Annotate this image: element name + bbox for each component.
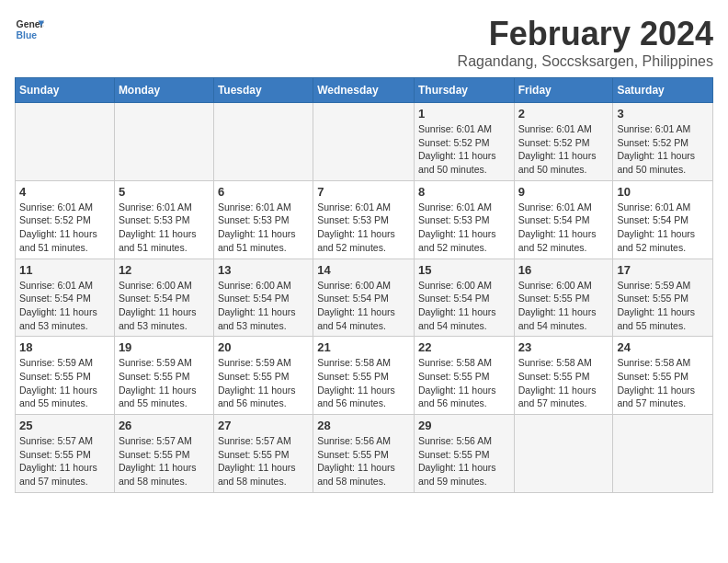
day-info: Sunrise: 6:00 AM Sunset: 5:54 PM Dayligh… [418,279,510,333]
day-info: Sunrise: 6:00 AM Sunset: 5:54 PM Dayligh… [119,279,210,333]
day-number: 23 [518,340,609,354]
calendar-header: SundayMondayTuesdayWednesdayThursdayFrid… [16,78,713,103]
day-number: 21 [317,340,410,354]
day-info: Sunrise: 6:01 AM Sunset: 5:53 PM Dayligh… [119,201,210,255]
calendar-cell: 27Sunrise: 5:57 AM Sunset: 5:55 PM Dayli… [213,415,313,493]
day-number: 10 [617,185,709,199]
calendar-cell [114,103,213,181]
day-info: Sunrise: 6:01 AM Sunset: 5:54 PM Dayligh… [617,201,709,255]
weekday-header: Tuesday [213,78,313,103]
calendar-cell: 9Sunrise: 6:01 AM Sunset: 5:54 PM Daylig… [514,180,613,259]
day-number: 13 [218,263,309,277]
day-info: Sunrise: 5:56 AM Sunset: 5:55 PM Dayligh… [418,434,510,488]
day-info: Sunrise: 6:01 AM Sunset: 5:52 PM Dayligh… [19,201,110,255]
day-number: 9 [518,185,609,199]
day-number: 5 [119,185,210,199]
day-info: Sunrise: 5:59 AM Sunset: 5:55 PM Dayligh… [617,279,709,333]
calendar-cell: 11Sunrise: 6:01 AM Sunset: 5:54 PM Dayli… [16,259,115,337]
calendar-cell: 19Sunrise: 5:59 AM Sunset: 5:55 PM Dayli… [114,337,213,415]
day-number: 16 [518,263,609,277]
day-number: 17 [617,263,709,277]
calendar-cell: 2Sunrise: 6:01 AM Sunset: 5:52 PM Daylig… [514,103,613,181]
calendar-body: 1Sunrise: 6:01 AM Sunset: 5:52 PM Daylig… [16,103,713,493]
calendar-cell: 24Sunrise: 5:58 AM Sunset: 5:55 PM Dayli… [613,337,713,415]
day-number: 25 [19,419,110,432]
calendar-cell [613,415,713,493]
weekday-header: Saturday [613,78,713,103]
calendar-cell: 26Sunrise: 5:57 AM Sunset: 5:55 PM Dayli… [114,415,213,493]
calendar-cell: 22Sunrise: 5:58 AM Sunset: 5:55 PM Dayli… [414,337,514,415]
day-info: Sunrise: 6:01 AM Sunset: 5:54 PM Dayligh… [19,279,110,333]
day-number: 26 [119,419,210,432]
logo: General Blue [15,15,44,44]
weekday-header: Friday [514,78,613,103]
day-number: 2 [518,107,609,121]
day-number: 8 [418,185,510,199]
header: General Blue February 2024 Ragandang, So… [15,15,713,70]
day-number: 12 [119,263,210,277]
calendar-cell: 17Sunrise: 5:59 AM Sunset: 5:55 PM Dayli… [613,259,713,337]
calendar-week-row: 18Sunrise: 5:59 AM Sunset: 5:55 PM Dayli… [16,337,713,415]
day-number: 3 [617,107,709,121]
svg-text:Blue: Blue [17,30,38,40]
day-info: Sunrise: 6:01 AM Sunset: 5:53 PM Dayligh… [218,201,309,255]
calendar-cell: 3Sunrise: 6:01 AM Sunset: 5:52 PM Daylig… [613,103,713,181]
day-number: 27 [218,419,309,432]
day-info: Sunrise: 5:59 AM Sunset: 5:55 PM Dayligh… [218,356,309,410]
calendar-cell: 5Sunrise: 6:01 AM Sunset: 5:53 PM Daylig… [114,180,213,259]
logo-icon: General Blue [15,15,44,44]
day-number: 22 [418,340,510,354]
day-number: 7 [317,185,410,199]
calendar-cell: 15Sunrise: 6:00 AM Sunset: 5:54 PM Dayli… [414,259,514,337]
day-info: Sunrise: 5:56 AM Sunset: 5:55 PM Dayligh… [317,434,410,488]
weekday-header: Wednesday [313,78,415,103]
calendar-cell: 20Sunrise: 5:59 AM Sunset: 5:55 PM Dayli… [213,337,313,415]
calendar-cell [313,103,415,181]
day-number: 24 [617,340,709,354]
calendar-week-row: 25Sunrise: 5:57 AM Sunset: 5:55 PM Dayli… [16,415,713,493]
weekday-header: Thursday [414,78,514,103]
weekday-header: Monday [114,78,213,103]
day-number: 28 [317,419,410,432]
calendar-cell: 18Sunrise: 5:59 AM Sunset: 5:55 PM Dayli… [16,337,115,415]
calendar-table: SundayMondayTuesdayWednesdayThursdayFrid… [15,77,713,493]
title-block: February 2024 Ragandang, Soccsksargen, P… [458,15,713,70]
day-info: Sunrise: 5:59 AM Sunset: 5:55 PM Dayligh… [19,356,110,410]
calendar-cell: 12Sunrise: 6:00 AM Sunset: 5:54 PM Dayli… [114,259,213,337]
day-number: 20 [218,340,309,354]
calendar-cell: 10Sunrise: 6:01 AM Sunset: 5:54 PM Dayli… [613,180,713,259]
calendar-cell: 21Sunrise: 5:58 AM Sunset: 5:55 PM Dayli… [313,337,415,415]
day-number: 15 [418,263,510,277]
day-info: Sunrise: 6:00 AM Sunset: 5:54 PM Dayligh… [317,279,410,333]
calendar-cell: 23Sunrise: 5:58 AM Sunset: 5:55 PM Dayli… [514,337,613,415]
calendar-cell: 7Sunrise: 6:01 AM Sunset: 5:53 PM Daylig… [313,180,415,259]
day-info: Sunrise: 6:01 AM Sunset: 5:52 PM Dayligh… [617,122,709,177]
day-info: Sunrise: 5:58 AM Sunset: 5:55 PM Dayligh… [317,356,410,410]
calendar-cell: 1Sunrise: 6:01 AM Sunset: 5:52 PM Daylig… [414,103,514,181]
day-number: 1 [418,107,510,121]
calendar-cell: 25Sunrise: 5:57 AM Sunset: 5:55 PM Dayli… [16,415,115,493]
day-number: 29 [418,419,510,432]
day-number: 19 [119,340,210,354]
day-info: Sunrise: 6:01 AM Sunset: 5:54 PM Dayligh… [518,201,609,255]
calendar-cell: 13Sunrise: 6:00 AM Sunset: 5:54 PM Dayli… [213,259,313,337]
day-info: Sunrise: 5:58 AM Sunset: 5:55 PM Dayligh… [518,356,609,410]
day-info: Sunrise: 6:00 AM Sunset: 5:54 PM Dayligh… [218,279,309,333]
day-info: Sunrise: 5:58 AM Sunset: 5:55 PM Dayligh… [418,356,510,410]
calendar-cell: 14Sunrise: 6:00 AM Sunset: 5:54 PM Dayli… [313,259,415,337]
calendar-cell: 8Sunrise: 6:01 AM Sunset: 5:53 PM Daylig… [414,180,514,259]
day-info: Sunrise: 6:01 AM Sunset: 5:52 PM Dayligh… [418,122,510,177]
day-info: Sunrise: 5:57 AM Sunset: 5:55 PM Dayligh… [119,434,210,488]
calendar-cell: 6Sunrise: 6:01 AM Sunset: 5:53 PM Daylig… [213,180,313,259]
day-info: Sunrise: 6:00 AM Sunset: 5:55 PM Dayligh… [518,279,609,333]
day-info: Sunrise: 5:57 AM Sunset: 5:55 PM Dayligh… [19,434,110,488]
calendar-cell: 29Sunrise: 5:56 AM Sunset: 5:55 PM Dayli… [414,415,514,493]
day-info: Sunrise: 6:01 AM Sunset: 5:53 PM Dayligh… [317,201,410,255]
calendar-cell: 16Sunrise: 6:00 AM Sunset: 5:55 PM Dayli… [514,259,613,337]
day-info: Sunrise: 5:59 AM Sunset: 5:55 PM Dayligh… [119,356,210,410]
calendar-week-row: 11Sunrise: 6:01 AM Sunset: 5:54 PM Dayli… [16,259,713,337]
main-title: February 2024 [458,15,713,53]
day-info: Sunrise: 6:01 AM Sunset: 5:53 PM Dayligh… [418,201,510,255]
day-number: 11 [19,263,110,277]
day-number: 6 [218,185,309,199]
